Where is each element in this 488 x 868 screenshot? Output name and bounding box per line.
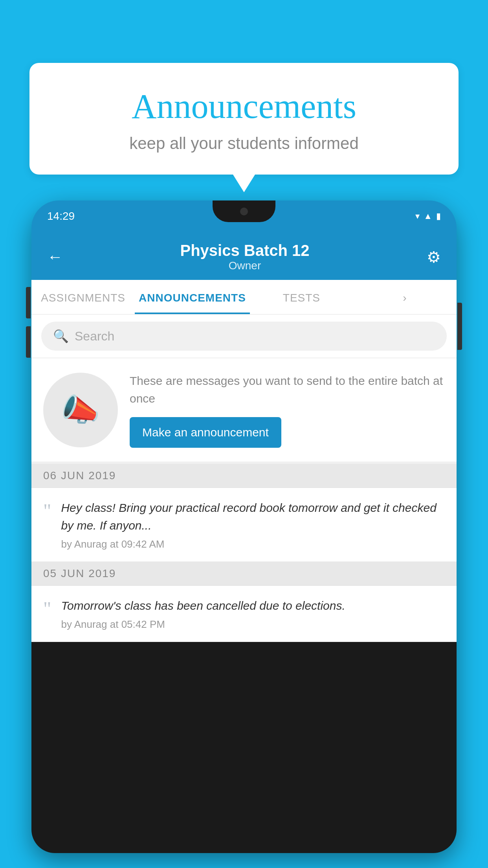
header-title-area: Physics Batch 12 Owner xyxy=(180,242,309,272)
announcement-meta-1: by Anurag at 09:42 AM xyxy=(61,538,445,550)
phone-outer: 14:29 ▾ ▲ ▮ ← Physics Batch 12 Owner ⚙ A… xyxy=(31,200,457,853)
make-announcement-button[interactable]: Make an announcement xyxy=(130,417,281,448)
power-button[interactable] xyxy=(457,303,462,350)
speech-bubble: Announcements keep all your students inf… xyxy=(29,63,459,175)
back-button[interactable]: ← xyxy=(47,248,63,266)
search-placeholder: Search xyxy=(75,329,114,344)
phone-screen: 🔍 Search 📣 These are messages you want t… xyxy=(31,314,457,642)
speech-bubble-subtitle: keep all your students informed xyxy=(45,134,443,153)
camera-dot xyxy=(240,208,248,215)
volume-down-button[interactable] xyxy=(26,326,31,358)
tab-announcements[interactable]: ANNOUNCEMENTS xyxy=(135,280,250,314)
announcement-description: These are messages you want to send to t… xyxy=(130,372,445,407)
tab-more[interactable]: › xyxy=(353,280,457,314)
wifi-icon: ▾ xyxy=(415,211,420,221)
announcement-item-1[interactable]: " Hey class! Bring your practical record… xyxy=(31,488,457,562)
megaphone-icon: 📣 xyxy=(61,392,100,428)
phone-notch xyxy=(213,200,275,222)
speech-bubble-container: Announcements keep all your students inf… xyxy=(29,63,459,175)
search-bar[interactable]: 🔍 Search xyxy=(41,322,447,351)
announcement-text-2: Tomorrow's class has been cancelled due … xyxy=(61,597,445,614)
status-icons: ▾ ▲ ▮ xyxy=(415,211,441,221)
announcement-item-2[interactable]: " Tomorrow's class has been cancelled du… xyxy=(31,586,457,642)
status-bar: 14:29 ▾ ▲ ▮ xyxy=(31,200,457,232)
date-separator-1: 06 JUN 2019 xyxy=(31,464,457,488)
announcement-content-1: Hey class! Bring your practical record b… xyxy=(61,499,445,550)
tabs-bar: ASSIGNMENTS ANNOUNCEMENTS TESTS › xyxy=(31,280,457,314)
owner-label: Owner xyxy=(180,259,309,272)
announcement-content-2: Tomorrow's class has been cancelled due … xyxy=(61,597,445,631)
megaphone-circle: 📣 xyxy=(43,373,118,447)
signal-icon: ▲ xyxy=(424,211,432,221)
announcement-right: These are messages you want to send to t… xyxy=(130,372,445,448)
battery-icon: ▮ xyxy=(436,211,441,221)
announcement-meta-2: by Anurag at 05:42 PM xyxy=(61,618,445,631)
announcement-text-1: Hey class! Bring your practical record b… xyxy=(61,499,445,534)
app-header: ← Physics Batch 12 Owner ⚙ xyxy=(31,232,457,280)
volume-up-button[interactable] xyxy=(26,287,31,318)
search-icon: 🔍 xyxy=(53,329,69,344)
quote-icon-1: " xyxy=(43,499,51,520)
settings-icon[interactable]: ⚙ xyxy=(427,248,441,266)
status-time: 14:29 xyxy=(47,210,75,223)
batch-title: Physics Batch 12 xyxy=(180,242,309,259)
quote-icon-2: " xyxy=(43,597,51,618)
phone-container: 14:29 ▾ ▲ ▮ ← Physics Batch 12 Owner ⚙ A… xyxy=(31,200,457,868)
search-bar-container[interactable]: 🔍 Search xyxy=(31,314,457,358)
announcement-prompt: 📣 These are messages you want to send to… xyxy=(31,358,457,464)
tab-assignments[interactable]: ASSIGNMENTS xyxy=(31,280,135,314)
tab-tests[interactable]: TESTS xyxy=(250,280,353,314)
date-separator-2: 05 JUN 2019 xyxy=(31,562,457,586)
speech-bubble-title: Announcements xyxy=(45,86,443,126)
